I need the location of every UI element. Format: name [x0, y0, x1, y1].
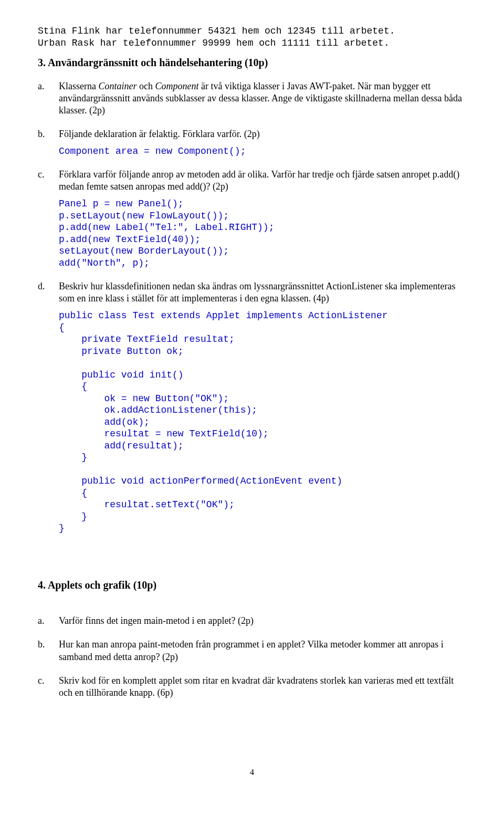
question-label: a.	[38, 80, 59, 92]
intro-line-2: Urban Rask har telefonnummer 99999 hem o…	[38, 37, 466, 49]
question-4c: c. Skriv kod för en komplett applet som …	[38, 675, 466, 704]
question-text: Förklara varför följande anrop av metode…	[59, 169, 466, 193]
question-3b: b. Följande deklaration är felaktig. För…	[38, 128, 466, 163]
page-number: 4	[38, 767, 466, 778]
question-4a: a. Varför finns det ingen main-metod i e…	[38, 615, 466, 632]
question-text: Klasserna Container och Component är två…	[59, 80, 466, 117]
question-3d: d. Beskriv hur klassdefinitionen nedan s…	[38, 280, 466, 540]
question-label: b.	[38, 128, 59, 140]
question-text: Beskriv hur klassdefinitionen nedan ska …	[59, 280, 466, 305]
question-text: Hur kan man anropa paint-metoden från pr…	[59, 639, 466, 663]
question-label: c.	[38, 169, 59, 181]
text-fragment: och	[137, 81, 155, 91]
question-text: Följande deklaration är felaktig. Förkla…	[59, 128, 466, 140]
question-label: b.	[38, 639, 59, 651]
question-text: Skriv kod för en komplett applet som rit…	[59, 675, 466, 699]
italic-term: Component	[155, 81, 199, 91]
code-block: Panel p = new Panel(); p.setLayout(new F…	[59, 198, 466, 269]
italic-term: Container	[98, 81, 136, 91]
question-4b: b. Hur kan man anropa paint-metoden från…	[38, 639, 466, 668]
intro-line-1: Stina Flink har telefonnummer 54321 hem …	[38, 25, 466, 37]
question-label: c.	[38, 675, 59, 687]
code-block: public class Test extends Applet impleme…	[59, 310, 466, 535]
section-4-heading: 4. Applets och grafik (10p)	[38, 579, 466, 592]
question-label: a.	[38, 615, 59, 627]
question-label: d.	[38, 280, 59, 292]
question-text: Varför finns det ingen main-metod i en a…	[59, 615, 466, 627]
code-block: Component area = new Component();	[59, 145, 466, 158]
section-3-heading: 3. Användargränssnitt och händelsehanter…	[38, 56, 466, 70]
question-3a: a. Klasserna Container och Component är …	[38, 80, 466, 122]
text-fragment: Klasserna	[59, 81, 98, 91]
question-3c: c. Förklara varför följande anrop av met…	[38, 169, 466, 274]
